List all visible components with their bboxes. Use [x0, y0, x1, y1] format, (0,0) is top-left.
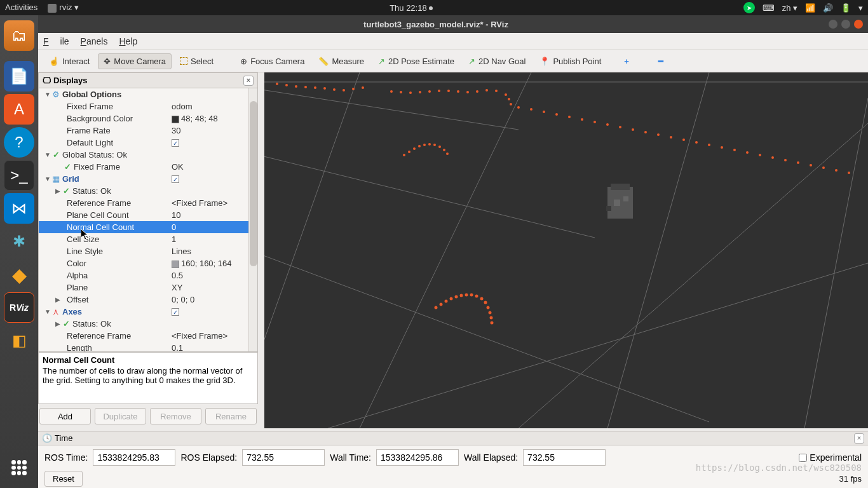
app-menu[interactable]: rviz ▾: [48, 3, 79, 13]
network-launcher[interactable]: ✱: [4, 226, 34, 257]
writer-launcher[interactable]: 📄: [4, 61, 34, 92]
remove-tool[interactable]: ━: [653, 53, 669, 69]
software-launcher[interactable]: A: [4, 94, 34, 125]
axes-ref-frame-row[interactable]: Reference Frame<Fixed Frame>: [39, 330, 257, 342]
select-tool[interactable]: Select: [174, 53, 219, 69]
global-status-row[interactable]: ✓Global Status: Ok: [39, 149, 257, 161]
files-launcher[interactable]: 🗂: [4, 20, 34, 51]
reset-button[interactable]: Reset: [44, 471, 83, 487]
network-icon[interactable]: 📶: [805, 3, 815, 13]
focus-camera-tool[interactable]: ⊕Focus Camera: [234, 53, 310, 69]
rviz-launcher[interactable]: RViz: [4, 292, 34, 323]
publish-point-tool[interactable]: 📍Publish Point: [534, 53, 607, 69]
svg-point-72: [423, 144, 426, 146]
description-box: Normal Cell Count The number of cells to…: [38, 352, 258, 404]
move-camera-tool[interactable]: ✥Move Camera: [98, 53, 172, 69]
time-close[interactable]: ×: [854, 433, 864, 444]
duplicate-button[interactable]: Duplicate: [95, 408, 146, 424]
clock[interactable]: Thu 22:18: [79, 3, 743, 13]
ros-elapsed-input[interactable]: [242, 449, 325, 466]
offset-row[interactable]: Offset0; 0; 0: [39, 294, 257, 306]
svg-point-20: [314, 86, 316, 89]
svg-point-88: [484, 301, 487, 304]
bg-color-row[interactable]: Background Color48; 48; 48: [39, 112, 257, 125]
window-maximize[interactable]: [841, 20, 850, 29]
svg-point-24: [352, 88, 355, 90]
apps-grid-icon[interactable]: [11, 460, 27, 475]
svg-point-75: [438, 146, 441, 148]
cell-size-row[interactable]: Cell Size1: [39, 233, 257, 245]
svg-point-37: [495, 90, 498, 92]
grid-status-row[interactable]: ✓Status: Ok: [39, 185, 257, 197]
cube-launcher[interactable]: ◧: [4, 325, 34, 356]
ref-frame-row[interactable]: Reference Frame<Fixed Frame>: [39, 197, 257, 209]
notification-icon[interactable]: ➤: [743, 2, 755, 13]
svg-point-41: [517, 106, 520, 109]
gazebo-launcher[interactable]: ◆: [4, 259, 34, 290]
svg-point-35: [476, 90, 478, 93]
add-button[interactable]: Add: [39, 408, 91, 424]
input-language[interactable]: zh ▾: [782, 3, 797, 13]
length-row[interactable]: Length0.1: [39, 342, 257, 351]
remove-button[interactable]: Remove: [150, 408, 201, 424]
move-camera-icon: ✥: [104, 57, 111, 66]
3d-viewport[interactable]: [264, 72, 868, 428]
fixed-frame-row[interactable]: Fixed Frameodom: [39, 100, 257, 112]
color-row[interactable]: Color160; 160; 164: [39, 257, 257, 269]
experimental-checkbox[interactable]: Experimental: [799, 452, 862, 463]
plane-row[interactable]: PlaneXY: [39, 281, 257, 294]
frame-rate-row[interactable]: Frame Rate30: [39, 125, 257, 137]
vscode-launcher[interactable]: ⋈: [4, 193, 34, 224]
rename-button[interactable]: Rename: [205, 408, 257, 424]
menu-help[interactable]: Help: [119, 36, 137, 46]
ros-elapsed-label: ROS Elapsed:: [180, 452, 237, 463]
interact-tool[interactable]: ☝Interact: [43, 53, 95, 69]
svg-point-38: [505, 93, 507, 96]
tree-scrollbar[interactable]: [248, 88, 257, 351]
nav-goal-tool[interactable]: ↗2D Nav Goal: [463, 53, 531, 69]
window-minimize[interactable]: [829, 20, 837, 29]
fixed-frame-status-row[interactable]: ✓Fixed FrameOK: [39, 161, 257, 173]
svg-point-29: [419, 91, 421, 93]
displays-close[interactable]: ×: [243, 76, 254, 86]
axes-row[interactable]: ⋏Axes✓: [39, 306, 257, 318]
axes-status-row[interactable]: ✓Status: Ok: [39, 318, 257, 330]
svg-point-49: [619, 126, 621, 128]
battery-icon[interactable]: 🔋: [841, 3, 851, 13]
add-tool[interactable]: +: [618, 53, 635, 69]
svg-point-46: [581, 118, 583, 121]
wall-elapsed-label: Wall Elapsed:: [464, 452, 518, 463]
svg-point-44: [555, 113, 558, 116]
line-style-row[interactable]: Line StyleLines: [39, 245, 257, 257]
time-title: Time: [55, 433, 72, 443]
power-menu-caret[interactable]: ▾: [858, 3, 863, 13]
global-options-row[interactable]: ⚙Global Options: [39, 88, 257, 100]
help-launcher[interactable]: ?: [4, 127, 34, 158]
terminal-launcher[interactable]: >_: [4, 160, 34, 191]
plus-icon: +: [624, 57, 629, 66]
keyboard-icon[interactable]: ⌨: [763, 3, 775, 13]
window-close[interactable]: [854, 20, 863, 29]
alpha-row[interactable]: Alpha0.5: [39, 269, 257, 281]
svg-point-31: [438, 90, 440, 92]
svg-line-7: [264, 72, 360, 428]
normal-cell-row[interactable]: Normal Cell Count0: [39, 221, 257, 233]
ros-time-input[interactable]: [93, 449, 175, 466]
plane-cell-row[interactable]: Plane Cell Count10: [39, 209, 257, 221]
svg-point-33: [457, 90, 459, 93]
svg-point-52: [657, 133, 660, 136]
volume-icon[interactable]: 🔊: [823, 3, 833, 13]
svg-point-17: [285, 84, 288, 86]
svg-point-18: [295, 85, 297, 88]
wall-elapsed-input[interactable]: [523, 449, 606, 466]
activities-button[interactable]: Activities: [5, 3, 37, 13]
grid-row[interactable]: ▦Grid✓: [39, 173, 257, 185]
menu-file[interactable]: File: [43, 36, 69, 46]
wall-time-input[interactable]: [376, 449, 459, 466]
pose-estimate-tool[interactable]: ↗2D Pose Estimate: [372, 53, 460, 69]
measure-tool[interactable]: 📏Measure: [313, 53, 370, 69]
displays-tree[interactable]: ⚙Global Options Fixed Frameodom Backgrou…: [39, 88, 257, 351]
menu-panels[interactable]: Panels: [81, 36, 108, 46]
default-light-row[interactable]: Default Light✓: [39, 137, 257, 149]
displays-title: Displays: [53, 76, 87, 85]
